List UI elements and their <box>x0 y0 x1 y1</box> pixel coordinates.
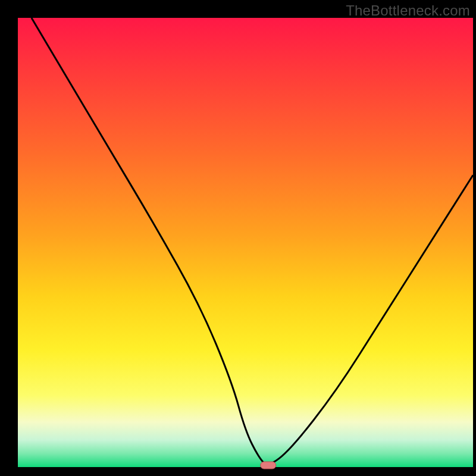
bottleneck-chart <box>0 0 476 476</box>
watermark-label: TheBottleneck.com <box>346 2 470 19</box>
gradient-background <box>18 18 473 467</box>
optimal-point-marker <box>261 462 276 469</box>
chart-root: TheBottleneck.com <box>0 0 476 476</box>
